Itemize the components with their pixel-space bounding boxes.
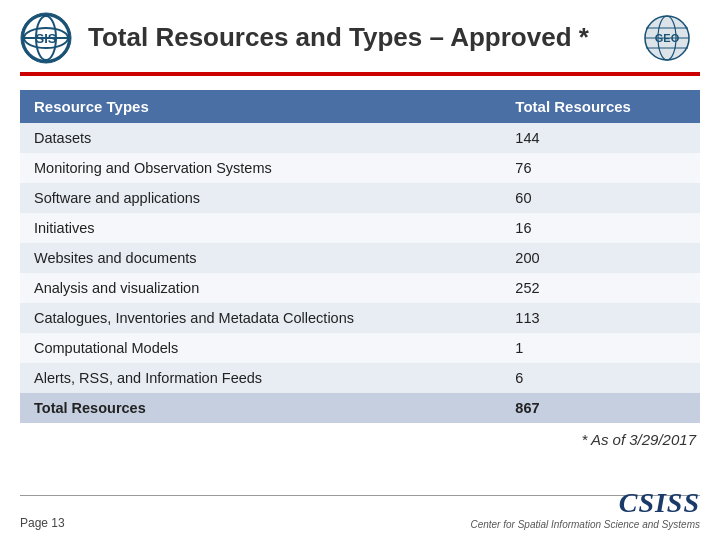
resource-type-cell: Software and applications: [20, 183, 501, 213]
header: SIS Total Resources and Types – Approved…: [0, 0, 720, 72]
col-header-type: Resource Types: [20, 90, 501, 123]
resource-type-cell: Analysis and visualization: [20, 273, 501, 303]
table-container: Resource Types Total Resources Datasets1…: [20, 90, 700, 423]
resource-count-cell: 16: [501, 213, 700, 243]
svg-text:SIS: SIS: [36, 31, 57, 46]
resource-type-cell: Computational Models: [20, 333, 501, 363]
resource-type-cell: Datasets: [20, 123, 501, 153]
resource-count-cell: 60: [501, 183, 700, 213]
footer: Page 13 CSISS Center for Spatial Informa…: [0, 487, 720, 530]
col-header-total: Total Resources: [501, 90, 700, 123]
resource-type-cell: Monitoring and Observation Systems: [20, 153, 501, 183]
table-row: Websites and documents200: [20, 243, 700, 273]
csiss-subtitle: Center for Spatial Information Science a…: [470, 519, 700, 530]
resources-table: Resource Types Total Resources Datasets1…: [20, 90, 700, 423]
table-row: Computational Models1: [20, 333, 700, 363]
geo-logo: GEO: [635, 12, 700, 64]
table-row: Analysis and visualization252: [20, 273, 700, 303]
csiss-name: CSISS: [470, 487, 700, 519]
resource-count-cell: 113: [501, 303, 700, 333]
resource-count-cell: 252: [501, 273, 700, 303]
resource-type-cell: Catalogues, Inventories and Metadata Col…: [20, 303, 501, 333]
title-area: Total Resources and Types – Approved *: [88, 22, 619, 53]
resource-type-cell: Websites and documents: [20, 243, 501, 273]
resource-count-cell: 200: [501, 243, 700, 273]
sis-logo: SIS: [20, 12, 72, 64]
table-row: Total Resources867: [20, 393, 700, 423]
footnote: * As of 3/29/2017: [0, 423, 720, 448]
resource-type-cell: Total Resources: [20, 393, 501, 423]
svg-text:GEO: GEO: [655, 32, 680, 44]
resource-count-cell: 144: [501, 123, 700, 153]
red-divider: [20, 72, 700, 76]
resource-count-cell: 76: [501, 153, 700, 183]
page-title: Total Resources and Types – Approved *: [88, 22, 619, 53]
resource-count-cell: 1: [501, 333, 700, 363]
table-row: Software and applications60: [20, 183, 700, 213]
resource-type-cell: Initiatives: [20, 213, 501, 243]
table-row: Catalogues, Inventories and Metadata Col…: [20, 303, 700, 333]
resource-count-cell: 6: [501, 363, 700, 393]
table-row: Alerts, RSS, and Information Feeds6: [20, 363, 700, 393]
resource-type-cell: Alerts, RSS, and Information Feeds: [20, 363, 501, 393]
footnote-asterisk: *: [581, 431, 587, 448]
footnote-text: As of 3/29/2017: [591, 431, 696, 448]
resource-count-cell: 867: [501, 393, 700, 423]
table-row: Datasets144: [20, 123, 700, 153]
page-number: Page 13: [20, 516, 65, 530]
csiss-brand: CSISS Center for Spatial Information Sci…: [470, 487, 700, 530]
table-row: Monitoring and Observation Systems76: [20, 153, 700, 183]
table-row: Initiatives16: [20, 213, 700, 243]
